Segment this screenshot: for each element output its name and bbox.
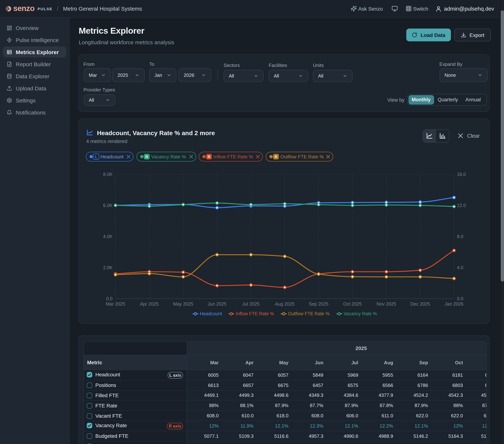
svg-text:0.0: 0.0 [457, 296, 463, 301]
svg-text:8.0: 8.0 [457, 234, 463, 239]
svg-text:Dec 2025: Dec 2025 [410, 301, 430, 307]
svg-text:Headcount, Vacancy Rate % and: Headcount, Vacancy Rate % and 2 more [97, 129, 215, 137]
svg-text:Oct 2025: Oct 2025 [343, 301, 362, 307]
svg-text:Mar 2025: Mar 2025 [106, 301, 125, 307]
svg-text:R: R [208, 154, 211, 159]
svg-text:Headcount: Headcount [100, 154, 124, 159]
svg-text:6.0K: 6.0K [103, 203, 113, 208]
svg-text:Outflow FTE Rate %: Outflow FTE Rate % [280, 154, 324, 159]
svg-text:Sep 2025: Sep 2025 [309, 301, 328, 307]
svg-text:Aug 2025: Aug 2025 [275, 301, 294, 307]
svg-text:2.0K: 2.0K [103, 265, 113, 270]
svg-text:L: L [95, 154, 97, 159]
svg-text:4.0: 4.0 [457, 265, 463, 270]
svg-text:4.0K: 4.0K [103, 234, 113, 239]
svg-text:Apr 2025: Apr 2025 [140, 301, 159, 307]
svg-text:Vacancy Rate %: Vacancy Rate % [151, 154, 186, 159]
svg-text:May 2025: May 2025 [173, 301, 193, 307]
svg-text:Nov 2025: Nov 2025 [377, 301, 396, 307]
svg-text:8.0K: 8.0K [103, 172, 113, 177]
svg-text:16.0: 16.0 [457, 172, 466, 177]
svg-text:R: R [145, 154, 148, 159]
svg-text:4 metrics rendered: 4 metrics rendered [86, 139, 127, 144]
svg-text:Jun 2025: Jun 2025 [208, 301, 227, 307]
svg-text:Jan 2026: Jan 2026 [445, 301, 464, 307]
svg-text:Inflow FTE Rate %: Inflow FTE Rate % [213, 154, 253, 159]
svg-text:Jul 2025: Jul 2025 [242, 301, 260, 307]
svg-text:R: R [274, 154, 277, 159]
svg-text:0.0: 0.0 [106, 296, 112, 301]
svg-text:Clear: Clear [467, 133, 480, 139]
svg-text:12.0: 12.0 [457, 203, 466, 208]
